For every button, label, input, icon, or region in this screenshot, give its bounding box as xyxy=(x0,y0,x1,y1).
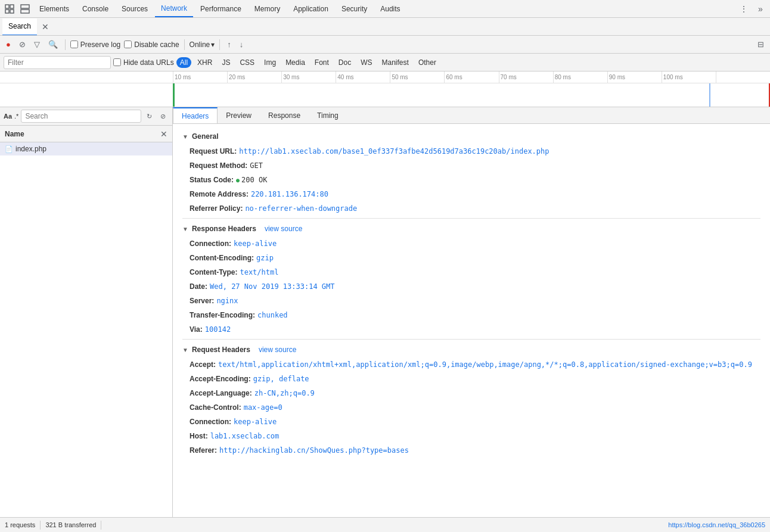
resp-server-row: Server: nginx xyxy=(182,294,760,308)
tick-30ms: 30 ms xyxy=(281,71,336,83)
search-input-row: Aa .* ↻ ⊘ xyxy=(0,107,172,126)
filter-tab-img[interactable]: Img xyxy=(260,57,280,68)
tick-40ms: 40 ms xyxy=(336,71,390,83)
section-divider-1 xyxy=(182,218,760,219)
panel-toggle-icon[interactable]: ⊟ xyxy=(755,39,766,50)
tab-console[interactable]: Console xyxy=(76,0,114,17)
response-headers-arrow-icon: ▼ xyxy=(182,226,188,232)
tab-timing[interactable]: Timing xyxy=(309,107,347,123)
tick-20ms: 20 ms xyxy=(227,71,281,83)
filter-tab-manifest[interactable]: Manifest xyxy=(378,57,412,68)
tab-application[interactable]: Application xyxy=(287,0,334,17)
tab-headers[interactable]: Headers xyxy=(173,107,218,123)
panel-layout-icon[interactable] xyxy=(18,2,32,16)
search-close-icon[interactable]: ✕ xyxy=(39,22,51,32)
tab-elements[interactable]: Elements xyxy=(33,0,75,17)
svg-rect-5 xyxy=(21,10,29,13)
req-accept-encoding-row: Accept-Encoding: gzip, deflate xyxy=(182,372,760,386)
preserve-log-input[interactable] xyxy=(70,41,78,48)
filter-tab-all[interactable]: All xyxy=(176,57,191,68)
tick-60ms: 60 ms xyxy=(444,71,498,83)
filter-tab-doc[interactable]: Doc xyxy=(335,57,355,68)
network-toolbar: ● ⊘ ▽ 🔍 Preserve log Disable cache Onlin… xyxy=(0,36,770,54)
toolbar-divider-2 xyxy=(184,39,185,50)
svg-rect-1 xyxy=(10,5,14,8)
detail-content: ▼ General Request URL: http://lab1.xsecl… xyxy=(173,124,770,462)
regex-label: .* xyxy=(14,113,18,120)
search-button[interactable]: 🔍 xyxy=(46,39,60,50)
tab-security[interactable]: Security xyxy=(336,0,373,17)
filter-tab-media[interactable]: Media xyxy=(282,57,309,68)
search-tab[interactable]: Search xyxy=(2,18,37,35)
tab-network[interactable]: Network xyxy=(155,0,193,17)
tab-sources[interactable]: Sources xyxy=(116,0,154,17)
search-clear-button[interactable]: ⊘ xyxy=(157,111,169,122)
filter-tab-ws[interactable]: WS xyxy=(357,57,375,68)
disable-cache-input[interactable] xyxy=(124,41,132,48)
preserve-log-checkbox[interactable]: Preserve log xyxy=(70,41,120,49)
request-headers-section-header[interactable]: ▼ Request Headers view source xyxy=(182,342,760,357)
filter-toolbar: Hide data URLs All XHR JS CSS Img Media … xyxy=(0,54,770,71)
toolbar-divider-1 xyxy=(65,39,66,50)
more-options-icon[interactable]: ⋮ xyxy=(737,2,751,16)
filter-tab-other[interactable]: Other xyxy=(415,57,440,68)
top-tab-bar: Elements Console Sources Network Perform… xyxy=(0,0,770,18)
close-panel-button[interactable]: ✕ xyxy=(160,129,167,139)
tick-50ms: 50 ms xyxy=(390,71,444,83)
search-bar-row: Search ✕ xyxy=(0,18,770,36)
filter-tab-xhr[interactable]: XHR xyxy=(194,57,216,68)
tab-response[interactable]: Response xyxy=(260,107,309,123)
filter-tab-font[interactable]: Font xyxy=(311,57,333,68)
right-panel: Headers Preview Response Timing ▼ Genera… xyxy=(173,107,770,517)
disable-cache-checkbox[interactable]: Disable cache xyxy=(124,41,179,49)
tab-performance[interactable]: Performance xyxy=(194,0,247,17)
tick-80ms: 80 ms xyxy=(553,71,607,83)
general-section-header[interactable]: ▼ General xyxy=(182,129,760,144)
req-accept-language-row: Accept-Language: zh-CN,zh;q=0.9 xyxy=(182,386,760,400)
request-url-row: Request URL: http://lab1.xseclab.com/bas… xyxy=(182,144,760,158)
list-item[interactable]: 📄 index.php xyxy=(0,142,172,155)
tab-preview[interactable]: Preview xyxy=(218,107,260,123)
resp-content-encoding-row: Content-Encoding: gzip xyxy=(182,251,760,265)
general-arrow-icon: ▼ xyxy=(182,133,188,140)
tick-90ms: 90 ms xyxy=(607,71,662,83)
tick-70ms: 70 ms xyxy=(499,71,553,83)
hide-data-urls-checkbox[interactable]: Hide data URLs xyxy=(113,58,174,67)
req-connection-row: Connection: keep-alive xyxy=(182,415,760,429)
name-header: Name ✕ xyxy=(0,126,172,142)
search-input[interactable] xyxy=(21,110,141,123)
search-refresh-button[interactable]: ↻ xyxy=(144,111,155,122)
filter-toggle-button[interactable]: ▽ xyxy=(32,39,42,50)
filter-tab-js[interactable]: JS xyxy=(218,57,234,68)
resp-date-row: Date: Wed, 27 Nov 2019 13:33:14 GMT xyxy=(182,279,760,294)
tab-memory[interactable]: Memory xyxy=(249,0,286,17)
timeline-bar-area xyxy=(173,83,770,107)
timeline-green-line xyxy=(173,83,175,107)
aa-label: Aa xyxy=(4,113,12,120)
resp-content-type-row: Content-Type: text/html xyxy=(182,265,760,279)
section-divider-2 xyxy=(182,339,760,340)
devtools-icon[interactable] xyxy=(2,2,17,16)
response-view-source-link[interactable]: view source xyxy=(265,225,302,233)
status-code-row: Status Code: 200 OK xyxy=(182,173,760,187)
devtools-close-icon[interactable]: » xyxy=(753,2,768,16)
export-button[interactable]: ↓ xyxy=(237,39,246,50)
response-headers-section-header[interactable]: ▼ Response Headers view source xyxy=(182,221,760,237)
resp-transfer-encoding-row: Transfer-Encoding: chunked xyxy=(182,308,760,322)
timeline: 10 ms 20 ms 30 ms 40 ms 50 ms 60 ms 70 m… xyxy=(0,71,770,107)
tab-audits[interactable]: Audits xyxy=(374,0,406,17)
resp-via-row: Via: 100142 xyxy=(182,322,760,337)
record-button[interactable]: ● xyxy=(4,39,13,50)
import-button[interactable]: ↑ xyxy=(225,39,234,50)
hide-data-urls-input[interactable] xyxy=(113,58,121,66)
tick-100ms: 100 ms xyxy=(662,71,716,83)
req-referer-row: Referer: http://hackinglab.cn/ShowQues.p… xyxy=(182,443,760,458)
main-content: Aa .* ↻ ⊘ Name ✕ 📄 index.php Headers Pre… xyxy=(0,107,770,517)
req-host-row: Host: lab1.xseclab.com xyxy=(182,429,760,443)
toolbar-divider-3 xyxy=(219,39,220,50)
filter-input[interactable] xyxy=(4,56,111,69)
request-view-source-link[interactable]: view source xyxy=(259,346,296,354)
clear-button[interactable]: ⊘ xyxy=(17,39,28,50)
filter-tab-css[interactable]: CSS xyxy=(236,57,258,68)
online-select[interactable]: Online ▾ xyxy=(190,41,215,49)
